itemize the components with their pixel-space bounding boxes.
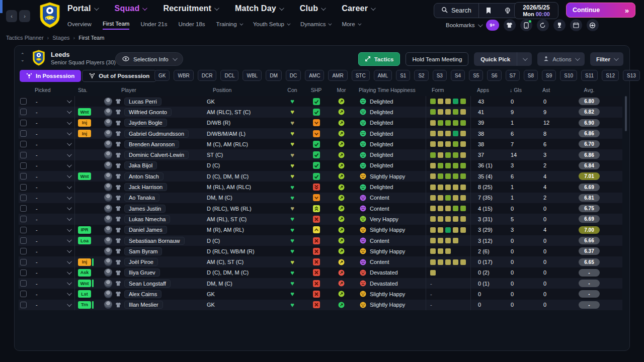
table-row[interactable]: -InjGabriel GudmundssonD/WB/M/AM (L)♥Del… (19, 128, 622, 139)
position-filter-amc[interactable]: AMC (305, 70, 324, 81)
col-happiness[interactable]: Playing Time Happiness (353, 87, 426, 93)
table-row[interactable]: -Lucas PerriGK♥Delighted43006.80 (19, 96, 622, 107)
position-filter-wbr[interactable]: WBR (174, 70, 193, 81)
row-checkbox[interactable] (20, 98, 27, 105)
sync-icon[interactable] (537, 19, 549, 31)
position-filter-s9[interactable]: S9 (542, 70, 556, 81)
row-checkbox[interactable] (20, 259, 27, 265)
row-checkbox[interactable] (20, 216, 27, 222)
position-filter-dc[interactable]: DC (286, 70, 301, 81)
position-filter-s8[interactable]: S8 (524, 70, 538, 81)
continue-button[interactable]: Continue » (566, 3, 635, 18)
player-name[interactable]: Anton Stach (124, 172, 164, 180)
breadcrumb-item[interactable]: Tactics Planner (6, 35, 44, 41)
col-shp[interactable]: SHP (302, 87, 330, 93)
calendar-icon[interactable] (570, 19, 582, 31)
row-checkbox[interactable] (20, 152, 27, 158)
player-avatar[interactable] (104, 119, 112, 127)
player-name[interactable]: James Justin (124, 205, 166, 213)
player-avatar[interactable] (104, 161, 112, 169)
breadcrumb-item[interactable]: Stages (52, 35, 69, 41)
position-filter-s11[interactable]: S11 (581, 70, 598, 81)
player-name[interactable]: Lukas Nmecha (124, 215, 170, 223)
subnav-item-overview[interactable]: Overview (67, 21, 92, 29)
player-avatar[interactable] (104, 215, 112, 223)
col-con[interactable]: Con (282, 87, 302, 93)
position-filter-s7[interactable]: S7 (506, 70, 520, 81)
table-row[interactable]: -LstAlex CairnsGK♥Slightly Happy-000- (19, 289, 622, 299)
player-name[interactable]: Iliya Gruev (124, 268, 160, 277)
col-ast[interactable]: Ast (536, 87, 569, 93)
picked-dropdown[interactable]: - (29, 160, 75, 171)
player-avatar[interactable] (104, 268, 112, 277)
picked-dropdown[interactable]: - (29, 300, 75, 310)
picked-dropdown[interactable]: - (29, 182, 75, 192)
col-sta[interactable]: Sta. (75, 87, 99, 93)
table-row[interactable]: -LoaSebastiaan BornauwD (C)♥Content3 (12… (19, 235, 622, 246)
bookmarks-dropdown[interactable]: Bookmarks (446, 22, 481, 28)
row-checkbox[interactable] (20, 227, 27, 233)
row-checkbox[interactable] (20, 269, 27, 276)
position-filter-gk[interactable]: GK (154, 70, 170, 81)
col-player[interactable]: Player (99, 87, 207, 93)
position-filter-amr[interactable]: AMR (328, 70, 347, 81)
table-row[interactable]: -IPRDaniel JamesM (R), AM (RL)♥Slightly … (19, 225, 622, 235)
player-avatar[interactable] (104, 194, 112, 202)
table-row[interactable]: -Jaka BijolD (C)♥Delighted36 (1)326.84 (19, 160, 622, 171)
player-name[interactable]: Jayden Bogle (124, 119, 167, 127)
team-next-button[interactable]: ⌄ (21, 58, 25, 62)
row-checkbox[interactable] (20, 173, 27, 179)
selection-info-dropdown[interactable]: Selection Info (115, 52, 183, 66)
player-avatar[interactable] (104, 237, 112, 245)
picked-dropdown[interactable]: - (29, 139, 75, 149)
player-name[interactable]: Jack Harrison (124, 183, 167, 191)
table-row[interactable]: -Brenden AaronsonM (C), AM (RLC)♥Delight… (19, 139, 622, 149)
picked-dropdown[interactable]: - (29, 256, 75, 267)
breadcrumb-item[interactable]: First Team (78, 35, 104, 41)
player-name[interactable]: Wilfried Gnonto (124, 108, 172, 116)
subnav-item-dynamics[interactable]: Dynamics (300, 21, 331, 29)
row-checkbox[interactable] (20, 237, 27, 244)
position-filter-s13[interactable]: S13 (623, 70, 640, 81)
player-name[interactable]: Lucas Perri (124, 98, 162, 106)
quick-pick-dropdown[interactable] (517, 52, 532, 66)
position-filter-wbl[interactable]: WBL (243, 70, 262, 81)
position-filter-s4[interactable]: S4 (451, 70, 465, 81)
table-row[interactable]: -TrnIllan MeslierGK♥Slightly Happy-000- (19, 300, 622, 310)
picked-dropdown[interactable]: - (29, 96, 75, 107)
table-row[interactable]: -Ao TanakaDM, M (C)♥Content7 (35)126.81 (19, 193, 622, 203)
picked-dropdown[interactable]: - (29, 171, 75, 182)
picked-dropdown[interactable]: - (29, 246, 75, 256)
picked-dropdown[interactable]: - (29, 267, 75, 278)
nav-item-portal[interactable]: Portal (67, 4, 98, 13)
player-name[interactable]: Illan Meslier (124, 301, 163, 309)
row-checkbox[interactable] (20, 184, 27, 191)
row-checkbox[interactable] (20, 130, 27, 137)
picked-dropdown[interactable]: - (29, 214, 75, 224)
col-gls-sorted[interactable]: ↓ Gls (504, 87, 536, 93)
position-filter-aml[interactable]: AML (374, 70, 392, 81)
team-prev-button[interactable]: ⌃ (21, 53, 25, 57)
picked-dropdown[interactable]: - (29, 118, 75, 128)
player-name[interactable]: Gabriel Gudmundsson (124, 130, 189, 138)
player-avatar[interactable] (104, 290, 112, 298)
player-avatar[interactable] (104, 172, 112, 180)
table-row[interactable]: -WntAnton StachD (C), DM, M (C)♥Slightly… (19, 171, 622, 182)
col-mor[interactable]: Mor (330, 87, 353, 93)
picked-dropdown[interactable]: - (29, 128, 75, 139)
col-picked[interactable]: Picked (29, 87, 75, 93)
picked-dropdown[interactable]: - (29, 107, 75, 117)
picked-dropdown[interactable]: - (29, 289, 75, 299)
player-avatar[interactable] (104, 108, 112, 116)
search-button[interactable]: Search (434, 4, 479, 18)
player-name[interactable]: Brenden Aaronson (124, 140, 179, 148)
col-form[interactable]: Form (426, 87, 471, 93)
in-possession-tab[interactable]: In Possession (20, 70, 81, 82)
inbox-badge[interactable]: 9+ (486, 20, 499, 31)
actions-dropdown[interactable]: Actions (537, 52, 585, 66)
player-avatar[interactable] (104, 301, 112, 309)
player-avatar[interactable] (104, 247, 112, 255)
position-filter-dcr[interactable]: DCR (198, 70, 217, 81)
row-checkbox[interactable] (20, 291, 27, 297)
table-row[interactable]: -James JustinD (RLC), WB (RL)♥Content4 (… (19, 203, 622, 214)
